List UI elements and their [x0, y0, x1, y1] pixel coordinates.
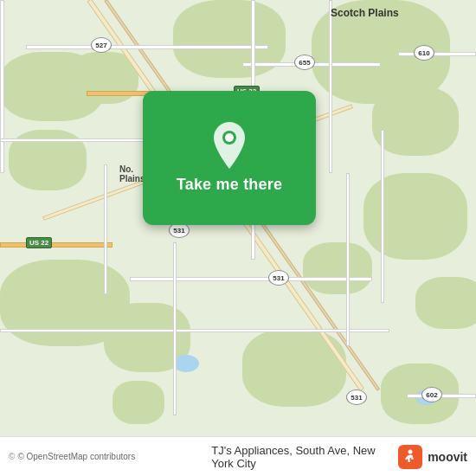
copyright-symbol: ©	[9, 452, 15, 461]
park-area-6	[372, 87, 459, 156]
park-area-14	[415, 277, 476, 329]
road-vert-200	[173, 242, 177, 415]
svg-point-1	[225, 133, 234, 142]
road-vert-400	[346, 173, 350, 346]
svg-point-2	[408, 449, 413, 453]
bottom-bar: © © OpenStreetMap contributors TJ's Appl…	[0, 436, 476, 476]
road-cr655	[242, 62, 381, 67]
road-us22-bottom	[0, 242, 113, 248]
road-cr531-bottom	[130, 277, 372, 281]
moovit-logo: moovit	[398, 445, 467, 469]
road-horiz-380	[0, 329, 389, 332]
road-cr527	[26, 45, 268, 49]
osm-credit: © OpenStreetMap contributors	[17, 452, 204, 461]
park-area-7	[363, 173, 467, 260]
water-1	[173, 355, 199, 372]
action-card-label: Take me there	[177, 176, 282, 194]
road-vert-120	[104, 164, 107, 294]
location-text: TJ's Appliances, South Ave, New York Cit…	[211, 444, 398, 470]
map-container: 527 US 22 655 610 531 531 531 602 US 22 …	[0, 0, 476, 476]
road-cr610	[398, 52, 476, 56]
moovit-logo-icon	[398, 445, 422, 469]
road-vert-380	[329, 0, 332, 173]
park-area-8	[303, 242, 372, 294]
road-vert-440	[381, 130, 384, 303]
park-area-13	[113, 381, 164, 424]
road-cr602	[407, 394, 476, 398]
road-left-vert	[0, 0, 4, 173]
action-card[interactable]: Take me there	[143, 91, 316, 225]
location-pin-icon	[210, 122, 248, 169]
moovit-text: moovit	[428, 450, 467, 464]
